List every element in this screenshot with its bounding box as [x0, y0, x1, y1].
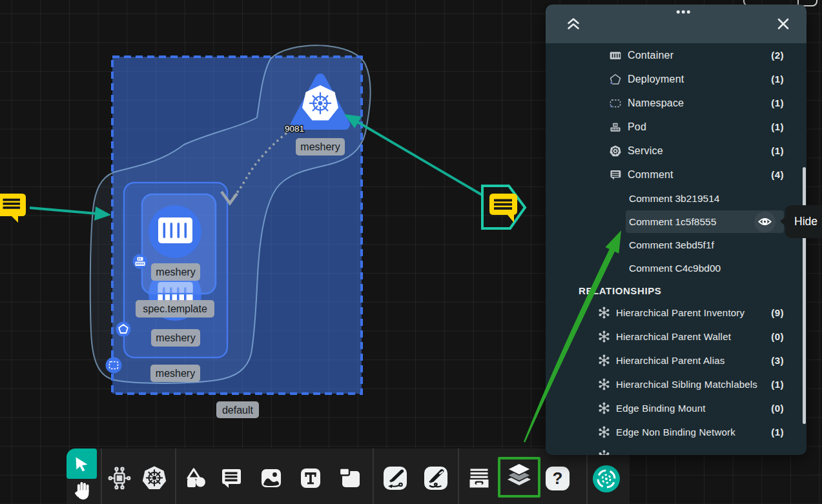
comment-item-label: Comment 3b219514 — [629, 193, 719, 205]
comment-row-icon — [609, 168, 622, 181]
drag-handle-icon[interactable] — [677, 10, 690, 14]
comment-node-left[interactable] — [0, 194, 26, 223]
question-icon: ? — [553, 469, 563, 489]
text-icon — [299, 467, 322, 490]
component-count: (4) — [765, 169, 784, 180]
relationship-icon — [598, 402, 610, 414]
svg-text:meshery: meshery — [156, 368, 195, 379]
shapes-icon — [183, 465, 209, 491]
component-count: (1) — [765, 145, 784, 156]
hide-tooltip: Hide — [785, 205, 822, 238]
comment-item[interactable]: Comment 3ebd5f1f — [626, 234, 784, 256]
meshery-logo-icon — [593, 465, 620, 492]
comment-icon — [219, 466, 243, 490]
component-row-service[interactable]: Service (1) — [546, 139, 807, 163]
relationship-icon — [598, 330, 610, 343]
collapse-panel-icon[interactable] — [566, 17, 581, 31]
relationship-row[interactable]: Hierarchical Parent Alias (3) — [546, 348, 807, 372]
select-tool-button[interactable] — [67, 449, 97, 479]
layers-icon — [505, 460, 533, 489]
drawer-tool-button[interactable] — [467, 466, 491, 490]
component-count: (1) — [765, 97, 784, 108]
relationship-row-clipped[interactable] — [546, 444, 807, 455]
service-node-label: meshery — [296, 138, 345, 156]
pencil-icon — [424, 467, 447, 490]
meshery-logo-button[interactable] — [593, 465, 620, 492]
comment-tool-button[interactable] — [219, 466, 243, 490]
edge-draw-tool-button[interactable] — [384, 467, 407, 490]
relationship-row[interactable]: Edge Non Binding Network (1) — [546, 420, 807, 444]
cursor-icon — [73, 455, 90, 472]
svg-text:meshery: meshery — [300, 141, 340, 152]
component-row-namespace[interactable]: Namespace (1) — [546, 91, 807, 115]
hand-icon — [74, 480, 93, 501]
relationship-icon — [598, 426, 610, 438]
relationship-row[interactable]: Hierarchical Parent Inventory (9) — [546, 301, 807, 325]
comment-item-selected[interactable]: Comment 1c5f8555 — [626, 210, 784, 233]
container-icon — [609, 49, 622, 62]
component-row-comment[interactable]: Comment (4) — [546, 163, 807, 186]
pan-tool-button[interactable] — [72, 479, 95, 502]
pod-icon — [609, 121, 622, 134]
close-panel-icon[interactable] — [777, 17, 790, 30]
toolbar-divider — [101, 449, 102, 504]
toolbar-divider — [458, 449, 459, 504]
relationship-icon — [598, 354, 610, 367]
comment-item-label: Comment C4c9bd00 — [629, 263, 721, 274]
relationship-row[interactable]: Hierarchical Parent Wallet (0) — [546, 325, 807, 348]
relationship-count: (3) — [765, 355, 784, 366]
relationship-count: (0) — [765, 403, 784, 414]
shapes-tool-button[interactable] — [183, 465, 209, 491]
comment-item[interactable]: Comment C4c9bd00 — [626, 257, 784, 279]
relationship-label: Hierarchical Parent Inventory — [616, 307, 745, 318]
deployment-node-label: meshery — [150, 365, 200, 382]
relationship-label: Hierarchical Parent Alias — [616, 355, 724, 366]
layers-tool-button[interactable] — [505, 460, 533, 489]
component-row-pod[interactable]: Pod (1) — [546, 115, 807, 139]
rectangle-tool-button[interactable] — [338, 466, 362, 490]
freehand-draw-tool-button[interactable] — [424, 467, 447, 490]
relationship-icon — [598, 307, 610, 319]
component-count: (1) — [765, 74, 784, 85]
relationship-row[interactable]: Hierarchical Sibling Matchlabels (1) — [546, 372, 807, 396]
container1-node[interactable] — [149, 205, 201, 258]
relationship-count: (0) — [765, 331, 784, 342]
component-row-container[interactable]: Container (2) — [546, 43, 807, 67]
panel-header — [546, 5, 807, 43]
container1-node-label: meshery — [151, 263, 200, 281]
toolbar-divider — [373, 449, 374, 504]
component-row-deployment[interactable]: Deployment (1) — [546, 67, 807, 91]
relationship-count: (9) — [765, 307, 784, 318]
component-shapes-button[interactable] — [107, 466, 132, 490]
kanvas-canvas[interactable]: meshery meshery spec.template meshery me… — [0, 0, 822, 504]
text-tool-button[interactable] — [299, 467, 322, 490]
eye-icon — [758, 217, 772, 227]
component-label: Pod — [628, 121, 646, 133]
rectangle-shapes-icon — [338, 466, 362, 490]
toolbar-divider — [586, 449, 588, 504]
pod-node-label: spec.template — [136, 300, 214, 318]
deployment-badge-icon — [116, 322, 131, 337]
help-button[interactable]: ? — [546, 467, 570, 490]
comment-edge-right — [344, 114, 483, 196]
service-port-label: 9081 — [285, 124, 304, 134]
circuit-icon — [107, 466, 132, 490]
namespace-node-label: default — [216, 401, 259, 418]
relationship-icon — [598, 378, 610, 390]
relationship-count: (1) — [765, 379, 784, 390]
kubernetes-tool-button[interactable] — [141, 465, 168, 492]
hide-visibility-button[interactable] — [754, 211, 776, 232]
comment-node-right[interactable] — [482, 186, 525, 228]
relationship-icon — [598, 450, 610, 455]
component-label: Deployment — [628, 74, 684, 85]
component-count: (1) — [765, 121, 784, 132]
relationship-label: Hierarchical Parent Wallet — [616, 331, 731, 342]
comment-item[interactable]: Comment 3b219514 — [626, 187, 784, 210]
service-icon — [609, 145, 622, 157]
image-icon — [259, 466, 283, 490]
relationship-row[interactable]: Edge Binding Mount (0) — [546, 396, 807, 420]
image-tool-button[interactable] — [259, 466, 283, 490]
kubernetes-logo-icon — [141, 465, 168, 492]
pod-badge-icon — [133, 254, 148, 269]
container2-node-label: meshery — [151, 329, 200, 347]
